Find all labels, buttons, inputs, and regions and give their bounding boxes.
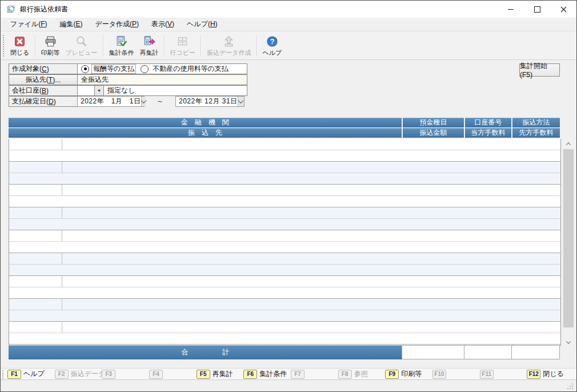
- menu-item-e[interactable]: 編集(E): [53, 18, 89, 31]
- radio-label-realestate-payment[interactable]: 不動産の使用料等の支払: [151, 64, 230, 74]
- vertical-scrollbar[interactable]: [563, 139, 574, 347]
- f8-key-badge: F8: [338, 370, 352, 379]
- toolbar-drag-handle[interactable]: [3, 35, 4, 57]
- create-target-radio-group: 報酬等の支払 不動産の使用料等の支払: [77, 63, 247, 74]
- grid-row-payee[interactable]: [9, 333, 560, 345]
- grid-header-row2: 振 込 先 振込金額 当方手数料 先方手数料: [9, 128, 560, 138]
- grid-row-pair: [9, 207, 560, 230]
- f7-key-badge: F7: [291, 370, 304, 379]
- grid-row-payee[interactable]: [9, 265, 560, 276]
- grid-row-institution[interactable]: [9, 162, 560, 173]
- header-transfer-method: 振込方法: [512, 118, 560, 127]
- fkey-slot-f10: F10: [432, 370, 480, 379]
- grid-row-pair: [9, 139, 560, 162]
- resize-grip-icon[interactable]: [572, 388, 573, 389]
- fkeybar-drag-handle[interactable]: [2, 370, 3, 379]
- f9-key-badge[interactable]: F9: [385, 370, 399, 379]
- f1-key-badge[interactable]: F1: [7, 370, 21, 379]
- start-aggregation-button[interactable]: 集計開始(F5): [519, 63, 560, 77]
- radio-label-reward-payment[interactable]: 報酬等の支払: [91, 64, 136, 74]
- company-account-value: 指定なし: [104, 86, 135, 95]
- f11-key-badge: F11: [480, 370, 494, 379]
- grid-row-institution[interactable]: [9, 322, 560, 333]
- company-account-dropdown-icon[interactable]: ▼: [94, 85, 104, 96]
- toolbar-button-printer[interactable]: 印刷等: [38, 34, 63, 58]
- function-key-bar: F1ヘルプF2振込データ作成F3F4F5再集計F6集計条件F7F8参照F9印刷等…: [1, 368, 576, 380]
- toolbar-button-conditions[interactable]: 集計条件: [106, 34, 137, 58]
- fkey-slot-f12[interactable]: F12閉じる: [527, 369, 574, 379]
- date-to-dropdown-icon[interactable]: [238, 97, 244, 106]
- toolbar-button-label: 閉じる: [10, 49, 30, 57]
- fkey-slot-f4: F4: [149, 370, 197, 379]
- scrollbar-thumb[interactable]: [563, 149, 574, 327]
- f5-key-badge[interactable]: F5: [197, 370, 210, 379]
- app-window: 銀行振込依頼書 ファイル(F)編集(E)データ作成(P)表示(V)ヘルプ(H) …: [0, 0, 577, 392]
- payment-date-label: 支払確定日(D): [9, 96, 78, 107]
- grid-row-payee[interactable]: [9, 173, 560, 185]
- fkey-slot-f5[interactable]: F5再集計: [197, 369, 244, 379]
- bank-code-cell-divider: [62, 162, 62, 173]
- menu-item-h[interactable]: ヘルプ(H): [181, 18, 224, 31]
- grid-body: [9, 139, 561, 346]
- toolbar-button-help[interactable]: ?ヘルプ: [260, 34, 285, 58]
- window-title: 銀行振込依頼書: [20, 5, 68, 14]
- f6-key-badge[interactable]: F6: [243, 370, 257, 379]
- grid-row-institution[interactable]: [9, 207, 560, 219]
- grid-row-pair: [9, 253, 560, 276]
- radio-unselected-icon[interactable]: [141, 65, 149, 73]
- grid-row-institution[interactable]: [9, 299, 560, 310]
- toolbar-button-preview: プレビュー: [63, 34, 101, 58]
- company-account-label: 会社口座(B): [9, 85, 78, 96]
- fkey-slot-f9[interactable]: F9印刷等: [385, 369, 432, 379]
- company-account-input[interactable]: [77, 85, 95, 96]
- maximize-icon[interactable]: [524, 1, 550, 18]
- minimize-icon[interactable]: [498, 1, 524, 18]
- toolbar-button-label: 行コピー: [170, 49, 196, 57]
- toolbar-button-close[interactable]: 閉じる: [7, 34, 33, 58]
- conditions-icon: [115, 35, 128, 48]
- header-deposit-type: 預金種目: [403, 118, 464, 127]
- toolbar-button-label: プレビュー: [66, 49, 98, 57]
- bank-code-cell-divider: [62, 139, 62, 150]
- grid-row-payee[interactable]: [9, 219, 560, 230]
- scroll-down-icon[interactable]: [563, 337, 574, 347]
- payee-button[interactable]: 振込先(T)...: [9, 74, 78, 85]
- grid-row-payee[interactable]: [9, 287, 560, 299]
- f12-key-badge[interactable]: F12: [527, 370, 540, 379]
- payee-value: 全振込先: [78, 75, 109, 85]
- menu-item-f[interactable]: ファイル(F): [4, 18, 53, 31]
- grid-row-payee[interactable]: [9, 310, 560, 322]
- bank-code-cell-divider: [62, 299, 62, 310]
- date-from-value: 2022年 1月 1日: [78, 97, 141, 106]
- radio-selected-icon[interactable]: [81, 65, 89, 73]
- bank-code-cell-divider: [62, 207, 62, 218]
- grid-row-institution[interactable]: [9, 139, 560, 150]
- menu-item-v[interactable]: 表示(V): [145, 18, 181, 31]
- toolbar-button-recalc[interactable]: 再集計: [137, 34, 162, 58]
- f10-key-badge: F10: [432, 370, 446, 379]
- fkey-slot-f6[interactable]: F6集計条件: [243, 369, 291, 379]
- grid-row-institution[interactable]: [9, 253, 560, 265]
- header-financial-institution: 金 融 機 関: [9, 118, 402, 127]
- grid-row-payee[interactable]: [9, 150, 560, 162]
- scroll-up-icon[interactable]: [563, 139, 574, 149]
- fkey-slot-f8: F8参照: [338, 369, 386, 379]
- fkey-slot-f1[interactable]: F1ヘルプ: [7, 369, 55, 379]
- grid-row-payee[interactable]: [9, 196, 560, 207]
- toolbar-separator: [257, 35, 258, 57]
- date-to-field[interactable]: 2022年 12月 31日: [175, 96, 245, 107]
- menu-item-p[interactable]: データ作成(P): [89, 18, 145, 31]
- grid-row-pair: [9, 322, 560, 345]
- close-icon[interactable]: [550, 1, 576, 18]
- title-bar: 銀行振込依頼書: [1, 1, 576, 18]
- grid-row-institution[interactable]: [9, 185, 560, 196]
- grid-row-institution[interactable]: [9, 276, 560, 287]
- grid-row-institution[interactable]: [9, 230, 560, 242]
- grid-row-payee[interactable]: [9, 242, 560, 253]
- toolbar-button-label: 振込データ作成: [207, 49, 251, 57]
- fkey-slot-f3: F3: [102, 370, 149, 379]
- app-icon: [6, 5, 15, 14]
- date-from-field[interactable]: 2022年 1月 1日: [77, 96, 145, 107]
- toolbar-button-label: 集計条件: [109, 49, 134, 57]
- toolbar-separator: [201, 35, 202, 57]
